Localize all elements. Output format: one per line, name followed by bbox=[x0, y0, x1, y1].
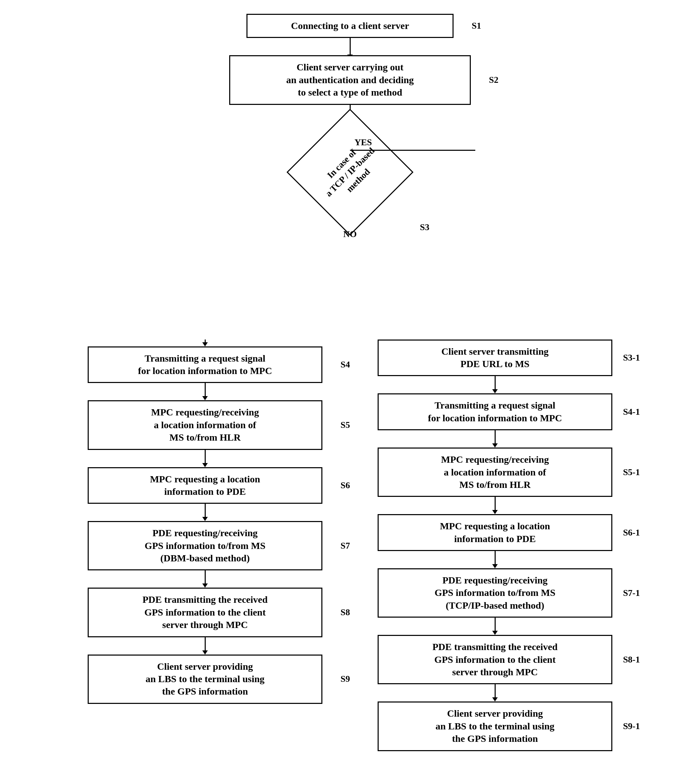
arrowhead-s7-1 bbox=[492, 631, 498, 635]
s4-box: Transmitting a request signalfor locatio… bbox=[88, 347, 322, 383]
s6-1-label: S6-1 bbox=[623, 527, 640, 538]
s4-1-box-wrap: Transmitting a request signalfor locatio… bbox=[378, 393, 612, 430]
s8-1-text: PDE transmitting the receivedGPS informa… bbox=[432, 641, 558, 677]
s3-1-box: Client server transmittingPDE URL to MS bbox=[378, 340, 612, 377]
s7-text: PDE requesting/receivingGPS information … bbox=[145, 527, 265, 563]
s2-text: Client server carrying outan authenticat… bbox=[286, 62, 414, 98]
arrowhead-s6-s7 bbox=[202, 517, 208, 521]
arrowhead-s4-1 bbox=[492, 443, 498, 448]
s8-1-label: S8-1 bbox=[623, 655, 640, 665]
s8-text: PDE transmitting the receivedGPS informa… bbox=[143, 594, 268, 630]
s9-1-box: Client server providingan LBS to the ter… bbox=[378, 701, 612, 751]
arrowhead-s6-1 bbox=[492, 564, 498, 568]
arrowhead-s5-s6 bbox=[202, 463, 208, 467]
no-label: NO bbox=[344, 229, 357, 239]
s1-section: Connecting to a client server S1 Client … bbox=[22, 14, 678, 222]
s3-1-label: S3-1 bbox=[623, 353, 640, 363]
arrow-s6-1-s7-1 bbox=[495, 551, 496, 565]
s1-text: Connecting to a client server bbox=[291, 21, 409, 31]
arrow-s4-1-s5-1 bbox=[495, 430, 496, 444]
s3-row: In case ofa TCP / IP-basedmethod S3 NO Y… bbox=[22, 122, 678, 222]
arrowhead-s3-1 bbox=[492, 389, 498, 393]
s6-1-box-wrap: MPC requesting a locationinformation to … bbox=[378, 514, 612, 551]
s7-box-wrap: PDE requesting/receivingGPS information … bbox=[88, 521, 322, 570]
arrowhead-s5-1 bbox=[492, 510, 498, 514]
arrow-s5-1-s6-1 bbox=[495, 497, 496, 511]
arrowhead-s8-1 bbox=[492, 697, 498, 701]
s1-box: Connecting to a client server bbox=[247, 14, 453, 38]
arrowhead-s7-s8 bbox=[202, 584, 208, 588]
right-column: Client server transmittingPDE URL to MS … bbox=[360, 340, 630, 751]
s5-1-box-wrap: MPC requesting/receivinga location infor… bbox=[378, 448, 612, 497]
s3-1-text: Client server transmittingPDE URL to MS bbox=[442, 346, 549, 369]
s6-1-box: MPC requesting a locationinformation to … bbox=[378, 514, 612, 551]
s1-label: S1 bbox=[472, 21, 481, 31]
s7-1-text: PDE requesting/receivingGPS information … bbox=[435, 575, 555, 611]
s8-1-box: PDE transmitting the receivedGPS informa… bbox=[378, 635, 612, 684]
s9-1-label: S9-1 bbox=[623, 721, 640, 731]
yes-hline: YES bbox=[351, 150, 475, 151]
s4-label: S4 bbox=[340, 359, 350, 370]
s9-box: Client server providingan LBS to the ter… bbox=[88, 655, 322, 704]
s9-1-text: Client server providingan LBS to the ter… bbox=[436, 708, 555, 744]
s7-1-label: S7-1 bbox=[623, 588, 640, 598]
s3-1-box-wrap: Client server transmittingPDE URL to MS … bbox=[378, 340, 612, 377]
s5-1-text: MPC requesting/receivinga location infor… bbox=[441, 454, 549, 490]
s7-1-box-wrap: PDE requesting/receivingGPS information … bbox=[378, 568, 612, 618]
arrow-s1-s2 bbox=[350, 38, 351, 55]
s9-1-box-wrap: Client server providingan LBS to the ter… bbox=[378, 701, 612, 751]
arrow-s6-s7 bbox=[205, 504, 206, 518]
yes-branch: YES bbox=[350, 150, 475, 151]
s7-box: PDE requesting/receivingGPS information … bbox=[88, 521, 322, 570]
s8-box-wrap: PDE transmitting the receivedGPS informa… bbox=[88, 588, 322, 637]
arrow-s8-1-s9-1 bbox=[495, 684, 496, 698]
s8-label: S8 bbox=[340, 607, 350, 618]
s7-label: S7 bbox=[340, 541, 350, 551]
s2-label: S2 bbox=[489, 75, 499, 85]
s9-label: S9 bbox=[340, 674, 350, 684]
flowchart: Connecting to a client server S1 Client … bbox=[22, 14, 678, 751]
s8-1-box-wrap: PDE transmitting the receivedGPS informa… bbox=[378, 635, 612, 684]
arrowhead-s4-s5 bbox=[202, 396, 208, 400]
s4-1-box: Transmitting a request signalfor locatio… bbox=[378, 393, 612, 430]
s6-box: MPC requesting a locationinformation to … bbox=[88, 467, 322, 504]
arrowhead-s8-s9 bbox=[202, 650, 208, 655]
s1-box-wrap: Connecting to a client server S1 bbox=[247, 14, 453, 38]
s4-box-wrap: Transmitting a request signalfor locatio… bbox=[88, 347, 322, 383]
s9-box-wrap: Client server providingan LBS to the ter… bbox=[88, 655, 322, 704]
s2-box-wrap: Client server carrying outan authenticat… bbox=[229, 55, 471, 104]
s4-1-text: Transmitting a request signalfor locatio… bbox=[428, 400, 562, 423]
arrowhead-no bbox=[202, 342, 208, 347]
s3-label: S3 bbox=[420, 222, 429, 233]
s6-text: MPC requesting a locationinformation to … bbox=[150, 474, 260, 497]
s4-1-label: S4-1 bbox=[623, 407, 640, 417]
arrow-s7-s8 bbox=[205, 570, 206, 584]
yes-label: YES bbox=[355, 137, 372, 148]
s5-1-label: S5-1 bbox=[623, 467, 640, 478]
arrow-s8-s9 bbox=[205, 637, 206, 651]
arrow-s3-1-s4-1 bbox=[495, 376, 496, 390]
left-column: Transmitting a request signalfor locatio… bbox=[70, 340, 340, 751]
s5-1-box: MPC requesting/receivinga location infor… bbox=[378, 448, 612, 497]
arrow-s7-1-s8-1 bbox=[495, 618, 496, 631]
arrow-s4-s5 bbox=[205, 383, 206, 397]
s2-box: Client server carrying outan authenticat… bbox=[229, 55, 471, 104]
s6-1-text: MPC requesting a locationinformation to … bbox=[440, 521, 550, 544]
s8-box: PDE transmitting the receivedGPS informa… bbox=[88, 588, 322, 637]
s6-label: S6 bbox=[340, 480, 350, 491]
s7-1-box: PDE requesting/receivingGPS information … bbox=[378, 568, 612, 618]
diamond-section: In case ofa TCP / IP-basedmethod S3 NO bbox=[298, 122, 402, 222]
arrow-s5-s6 bbox=[205, 450, 206, 464]
s6-box-wrap: MPC requesting a locationinformation to … bbox=[88, 467, 322, 504]
s5-box: MPC requesting/receivinga location infor… bbox=[88, 400, 322, 449]
arrow-no bbox=[205, 340, 206, 343]
s5-label: S5 bbox=[340, 420, 350, 430]
s5-box-wrap: MPC requesting/receivinga location infor… bbox=[88, 400, 322, 449]
s3-diamond-wrap: In case ofa TCP / IP-basedmethod bbox=[298, 122, 402, 222]
s5-text: MPC requesting/receivinga location infor… bbox=[151, 407, 259, 443]
s9-text: Client server providingan LBS to the ter… bbox=[146, 661, 265, 697]
s4-text: Transmitting a request signalfor locatio… bbox=[138, 353, 272, 376]
split-section: Transmitting a request signalfor locatio… bbox=[22, 340, 678, 751]
